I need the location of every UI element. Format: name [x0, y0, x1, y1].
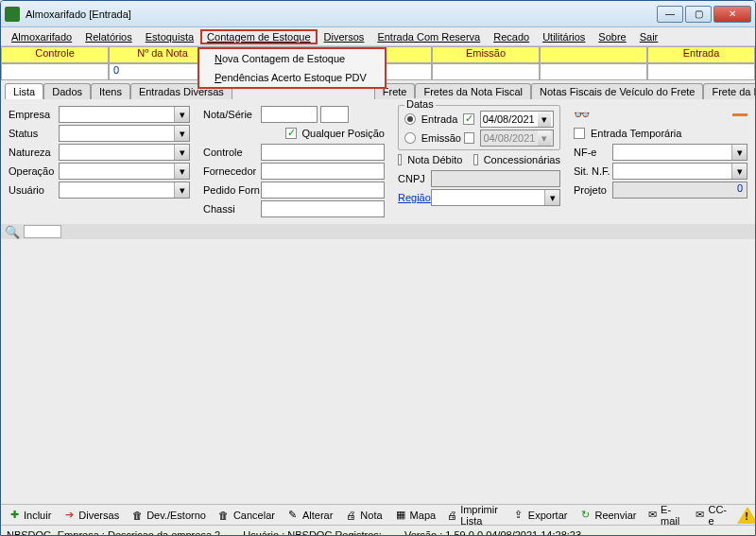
lbl-qualquer-posicao: Qualquer Posição [302, 128, 385, 139]
dropdown-pendencias[interactable]: Pendências Acerto Estoque PDV [199, 68, 385, 87]
search-icon[interactable]: 🔍 [5, 225, 20, 239]
cell-blank2[interactable] [540, 63, 647, 80]
tab-itens[interactable]: Itens [91, 83, 130, 99]
combo-regiao[interactable]: ▾ [431, 189, 560, 206]
btn-cce[interactable]: ✉CC-e [692, 503, 732, 527]
input-pedido[interactable] [261, 182, 385, 199]
warning-icon[interactable] [737, 507, 756, 524]
chk-date-emissao[interactable] [464, 132, 475, 144]
cell-controle[interactable] [1, 63, 109, 80]
search-bar: 🔍 [1, 224, 755, 239]
cell-entrada[interactable] [647, 63, 755, 80]
btn-email[interactable]: ✉E-mail [644, 503, 685, 527]
tab-dados[interactable]: Dados [43, 83, 91, 99]
chevron-down-icon: ▾ [731, 164, 747, 179]
status-versao: Versão : 1.59.0.0 04/08/2021 14:28:23 [404, 529, 581, 537]
combo-sitnf[interactable]: ▾ [612, 163, 747, 180]
lbl-controle: Controle [203, 147, 258, 158]
combo-usuario[interactable]: ▾ [59, 182, 190, 199]
maximize-button[interactable]: ▢ [685, 6, 712, 23]
combo-status[interactable]: ▾ [59, 125, 190, 142]
search-input[interactable] [24, 225, 61, 238]
date-entrada[interactable]: 04/08/2021▾ [480, 111, 554, 128]
menu-diversos[interactable]: Diversos [318, 29, 371, 44]
menubar: Almoxarifado Relatórios Estoquista Conta… [1, 27, 755, 46]
lbl-nfe: NF-e [574, 147, 610, 158]
lbl-entrada-temporaria: Entrada Temporária [591, 128, 681, 139]
lbl-emissao-radio: Emissão [421, 132, 461, 144]
btn-dev-estorno[interactable]: 🗑Dev./Estorno [128, 508, 209, 523]
lbl-nota-debito: Nota Débito [407, 154, 462, 165]
titlebar: Almoxarifado [Entrada] — ▢ ✕ [1, 1, 755, 27]
cell-emissao[interactable] [432, 63, 540, 80]
panel-left: Empresa▾ Status▾ Natureza▾ Operação▾ Usu… [5, 103, 194, 220]
app-icon [5, 7, 20, 22]
bottom-toolbar: ✚Incluir ➔Diversas 🗑Dev./Estorno 🗑Cancel… [1, 504, 755, 525]
combo-operacao[interactable]: ▾ [59, 163, 190, 180]
hdr-entrada: Entrada [647, 46, 755, 63]
input-controle[interactable] [261, 144, 385, 161]
btn-imprimir-lista[interactable]: 🖨Imprimir Lista [444, 503, 504, 527]
btn-exportar[interactable]: ⇪Exportar [509, 508, 571, 523]
menu-estoquista[interactable]: Estoquista [139, 29, 200, 44]
menu-recado[interactable]: Recado [487, 29, 536, 44]
input-projeto[interactable]: 0 [612, 182, 747, 199]
input-nota[interactable] [261, 106, 318, 123]
tab-fretes-nota[interactable]: Fretes da Nota Fiscal [415, 83, 531, 99]
btn-reenviar[interactable]: ↻Reenviar [576, 508, 639, 523]
menu-entrada-com-reserva[interactable]: Entrada Com Reserva [370, 29, 487, 44]
lbl-pedido-forn: Pedido Forn. [203, 184, 258, 196]
menu-contagem-estoque[interactable]: Contagem de Estoque [200, 29, 317, 44]
menu-utilitarios[interactable]: Utilitários [536, 29, 592, 44]
orange-notch-icon [732, 113, 747, 116]
menu-relatorios[interactable]: Relatórios [78, 29, 139, 44]
input-chassi[interactable] [261, 200, 385, 217]
window-title: Almoxarifado [Entrada] [26, 9, 131, 20]
btn-incluir[interactable]: ✚Incluir [5, 508, 54, 523]
tab-nf-veiculo[interactable]: Notas Fiscais de Veículo do Frete [531, 83, 703, 99]
btn-diversas[interactable]: ➔Diversas [60, 508, 122, 523]
chk-qualquer-posicao[interactable]: ✓ [285, 128, 297, 139]
lbl-natureza: Natureza [9, 147, 56, 158]
btn-cancelar[interactable]: 🗑Cancelar [215, 508, 278, 523]
chevron-down-icon: ▾ [731, 145, 747, 160]
chk-nota-debito[interactable] [398, 154, 402, 165]
radio-entrada[interactable] [404, 113, 416, 125]
chk-entrada-temporaria[interactable] [574, 128, 585, 139]
combo-empresa[interactable]: ▾ [59, 106, 190, 123]
date-emissao[interactable]: 04/08/2021▾ [480, 130, 554, 147]
tab-frete-nota-f[interactable]: Frete da Nota F [703, 83, 755, 99]
lbl-concessionarias: Concessionárias [484, 154, 560, 165]
menu-almoxarifado[interactable]: Almoxarifado [5, 29, 78, 44]
chevron-down-icon: ▾ [538, 112, 551, 127]
link-regiao[interactable]: Região [398, 192, 428, 203]
btn-nota[interactable]: 🖨Nota [341, 508, 385, 523]
main-list [1, 239, 755, 504]
lbl-fornecedor: Fornecedor [203, 165, 258, 177]
btn-mapa[interactable]: ▦Mapa [391, 508, 439, 523]
statusbar: NBSDOC- Empresa : Descricao da empresa 2… [1, 525, 755, 536]
radio-emissao[interactable] [404, 132, 416, 144]
app-window: Almoxarifado [Entrada] — ▢ ✕ Almoxarifad… [0, 0, 756, 536]
input-cnpj[interactable] [431, 170, 560, 187]
input-serie[interactable] [320, 106, 349, 123]
combo-nfe[interactable]: ▾ [612, 144, 747, 161]
chevron-down-icon: ▾ [174, 126, 189, 141]
btn-alterar[interactable]: ✎Alterar [284, 508, 335, 523]
chk-concessionarias[interactable] [473, 154, 477, 165]
close-button[interactable]: ✕ [713, 6, 751, 23]
menu-sobre[interactable]: Sobre [592, 29, 632, 44]
lbl-nota-serie: Nota/Série [203, 109, 258, 120]
lbl-chassi: Chassi [203, 203, 258, 215]
minimize-button[interactable]: — [657, 6, 683, 23]
status-usuario: Usuário : NBSDOC Registros: [243, 529, 382, 537]
input-fornecedor[interactable] [261, 163, 385, 180]
chk-date-entrada[interactable]: ✓ [463, 113, 474, 125]
menu-sair[interactable]: Sair [633, 29, 665, 44]
combo-natureza[interactable]: ▾ [59, 144, 190, 161]
lbl-entrada: Entrada [421, 113, 460, 125]
tab-lista[interactable]: Lista [5, 83, 43, 99]
glasses-icon[interactable]: 👓 [574, 107, 590, 122]
group-datas: Datas Entrada✓04/08/2021▾ Emissão04/08/2… [398, 105, 560, 150]
dropdown-nova-contagem[interactable]: Nova Contagem de Estoque [199, 49, 385, 68]
